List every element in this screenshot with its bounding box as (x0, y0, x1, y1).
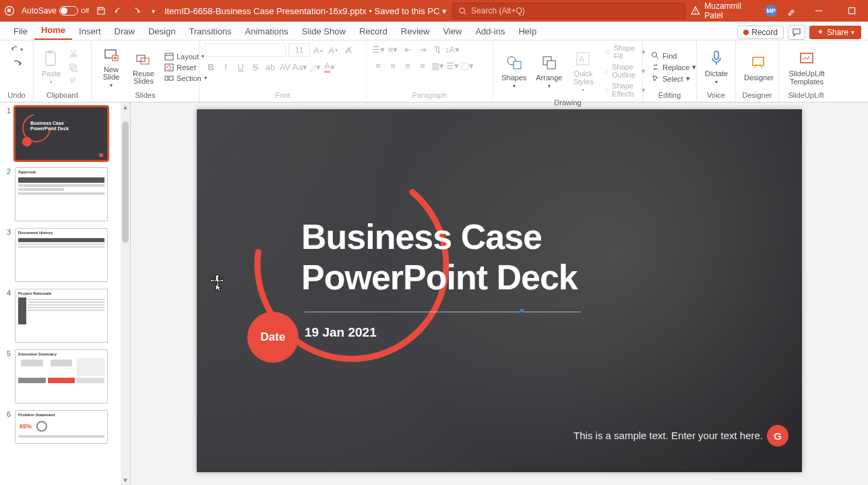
thumbnail-slide-4[interactable]: 4 Project Rationale (4, 289, 117, 343)
group-editing: Find Replace▾ Select▾ Editing (643, 40, 697, 102)
strike-button[interactable]: S (249, 61, 261, 73)
shape-fill-button[interactable]: Shape Fill▾ (601, 43, 648, 61)
slide-canvas-area[interactable]: Business Case PowerPoint Deck Date 19 Ja… (131, 103, 868, 485)
share-icon (816, 28, 824, 36)
columns-icon[interactable]: ▥▾ (431, 59, 443, 72)
find-button[interactable]: Find (648, 51, 699, 61)
new-slide-button[interactable]: New Slide▾ (97, 45, 125, 90)
clear-formatting-icon[interactable]: A̸ (342, 44, 354, 56)
record-button[interactable]: Record (737, 26, 784, 39)
tab-animations[interactable]: Animations (239, 23, 295, 40)
designer-icon (749, 53, 768, 72)
bold-button[interactable]: B (205, 61, 217, 73)
document-title[interactable]: ItemID-6658-Business Case Presentation-1… (164, 6, 447, 16)
replace-button[interactable]: Replace▾ (648, 62, 699, 72)
dictate-button[interactable]: Dictate▾ (702, 48, 731, 86)
change-case-icon[interactable]: Aa▾ (294, 61, 306, 73)
align-right-icon[interactable]: ≡ (402, 59, 414, 72)
g-badge[interactable]: G (767, 425, 788, 447)
align-text-icon[interactable]: ☰▾ (446, 59, 458, 72)
shapes-button[interactable]: Shapes▾ (499, 52, 529, 90)
redo-button[interactable] (11, 58, 23, 70)
line-spacing-icon[interactable]: ⇅ (431, 43, 443, 55)
bullets-icon[interactable]: ☰▾ (372, 43, 384, 55)
font-name-combo[interactable] (205, 43, 286, 57)
undo-button[interactable]: ▾ (11, 43, 23, 55)
share-button[interactable]: Share ▾ (809, 26, 861, 39)
minimize-button[interactable] (807, 1, 831, 20)
thumbnail-scrollbar[interactable]: ▲ ▼ (121, 103, 130, 485)
copy-icon[interactable] (67, 61, 80, 74)
tab-draw[interactable]: Draw (108, 23, 142, 40)
scrollbar-handle[interactable] (122, 121, 129, 243)
decrease-font-icon[interactable]: A▼ (328, 44, 340, 56)
redo-qat-icon[interactable] (131, 5, 142, 16)
save-icon[interactable] (96, 5, 106, 16)
italic-button[interactable]: I (220, 61, 232, 73)
thumbnail-slide-3[interactable]: 3 Document History (4, 228, 117, 282)
maximize-button[interactable] (840, 1, 865, 20)
svg-point-3 (460, 7, 464, 12)
quick-styles-button[interactable]: A Quick Styles▾ (569, 48, 597, 94)
reuse-slides-button[interactable]: Reuse Slides (129, 49, 158, 86)
font-color-icon[interactable]: A▾ (323, 61, 336, 73)
increase-font-icon[interactable]: A▲ (313, 44, 325, 56)
paste-button[interactable]: Paste▾ (39, 48, 63, 86)
account-button[interactable]: Muzammil Patel MP (691, 1, 777, 20)
date-value[interactable]: 19 Jan 2021 (305, 325, 377, 340)
shadow-button[interactable]: ab (264, 61, 276, 73)
quick-styles-icon: A (574, 49, 592, 68)
selection-handle[interactable] (520, 309, 524, 312)
align-left-icon[interactable]: ≡ (372, 59, 384, 72)
scroll-up-icon[interactable]: ▲ (123, 103, 129, 112)
comments-icon[interactable] (788, 25, 805, 40)
tab-transitions[interactable]: Transitions (182, 23, 238, 40)
group-label-editing: Editing (648, 91, 691, 101)
thumbnail-slide-5[interactable]: 5 Executive Summary (4, 349, 117, 403)
tab-home[interactable]: Home (34, 22, 72, 40)
char-spacing-icon[interactable]: AV (279, 61, 291, 73)
underline-button[interactable]: U (235, 61, 247, 73)
svg-point-37 (37, 422, 46, 431)
thumbnail-slide-1[interactable]: 1 Business Case PowerPoint Deck (4, 107, 117, 161)
tab-help[interactable]: Help (512, 23, 543, 40)
tab-review[interactable]: Review (394, 23, 437, 40)
slide-1[interactable]: Business Case PowerPoint Deck Date 19 Ja… (197, 109, 802, 472)
select-button[interactable]: Select▾ (648, 74, 699, 84)
search-input[interactable]: Search (Alt+Q) (452, 3, 685, 19)
thumbnail-slide-2[interactable]: 2 Approval (4, 167, 117, 221)
cut-icon[interactable] (67, 48, 80, 60)
brush-icon[interactable] (786, 5, 797, 16)
shape-effects-button[interactable]: Shape Effects▾ (601, 81, 648, 98)
increase-indent-icon[interactable]: ⇥ (416, 43, 429, 55)
font-size-combo[interactable]: 11 (288, 43, 310, 57)
tab-design[interactable]: Design (142, 23, 182, 40)
numbering-icon[interactable]: ≡▾ (387, 43, 399, 55)
align-center-icon[interactable]: ≡ (387, 59, 399, 72)
shape-outline-button[interactable]: Shape Outline▾ (601, 62, 648, 80)
arrange-button[interactable]: Arrange▾ (533, 52, 565, 90)
sample-text[interactable]: This is a sample text. Enter your text h… (574, 430, 763, 441)
text-direction-icon[interactable]: ↕A▾ (446, 43, 458, 55)
undo-qat-icon[interactable] (113, 5, 124, 16)
smartart-icon[interactable]: ⬚▾ (461, 59, 473, 72)
slide-title[interactable]: Business Case PowerPoint Deck (301, 217, 578, 298)
justify-icon[interactable]: ≡ (416, 59, 429, 72)
tab-add-ins[interactable]: Add-ins (468, 23, 512, 40)
tab-insert[interactable]: Insert (72, 23, 108, 40)
tab-view[interactable]: View (436, 23, 468, 40)
thumbnail-slide-6[interactable]: 6 Problem Statement 65% (4, 410, 117, 444)
autosave-toggle[interactable]: AutoSave Off (22, 6, 89, 16)
designer-button[interactable]: Designer (741, 52, 776, 83)
tab-slide-show[interactable]: Slide Show (295, 23, 352, 40)
tab-record[interactable]: Record (352, 23, 394, 40)
format-painter-icon[interactable] (67, 75, 80, 87)
decrease-indent-icon[interactable]: ⇤ (402, 43, 414, 55)
group-label-drawing: Drawing (499, 98, 637, 108)
slideuplift-button[interactable]: SlideUpLift Templates (784, 48, 829, 87)
highlight-icon[interactable]: ▾ (309, 61, 321, 73)
qat-more-icon[interactable]: ▾ (148, 5, 159, 16)
scroll-down-icon[interactable]: ▼ (123, 476, 129, 485)
date-badge[interactable]: Date (247, 312, 299, 363)
tab-file[interactable]: File (7, 23, 34, 40)
